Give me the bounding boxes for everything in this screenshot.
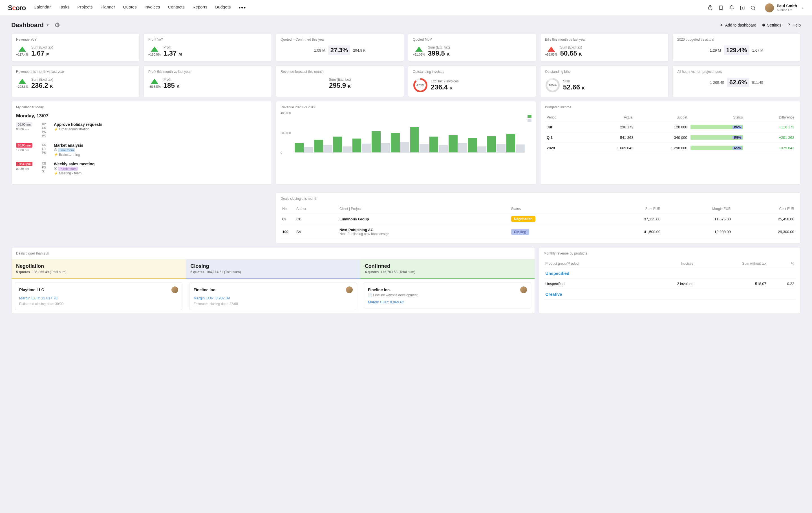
kpi-card[interactable]: 2020 budgeted vs actual1.29 M129.4%1.67 …: [672, 33, 801, 61]
topbar: Scoro Calendar Tasks Projects Planner Qu…: [0, 0, 812, 16]
nav-more-icon[interactable]: •••: [238, 4, 246, 11]
legend-2019: [527, 119, 531, 122]
kpi-grid: Revenue YoY+117.4%Sum (Excl tax)1.67 MPr…: [11, 33, 801, 97]
revenue-chart-card: Revenue 2020 vs 2019 0200,000400,000: [276, 101, 536, 185]
kpi-card[interactable]: Revenue this month vs last year+293.6%Su…: [11, 65, 140, 97]
add-icon[interactable]: [740, 5, 745, 11]
chart-title: Revenue 2020 vs 2019: [281, 105, 531, 109]
pipeline-column: Closing5 quotes 184,114.61 (Total sum)Fi…: [186, 259, 360, 314]
timer-icon[interactable]: [707, 5, 713, 11]
kpi-card[interactable]: Revenue forecast this monthSum (Excl tax…: [276, 65, 404, 97]
sliders-icon[interactable]: ⚙: [54, 22, 60, 29]
table-row[interactable]: 63CBLuminous GroupNegotiation37,125.0011…: [281, 213, 796, 225]
pipeline-card: Deals bigger than 25k Negotiation5 quote…: [11, 247, 535, 314]
bookmark-icon[interactable]: [718, 5, 724, 11]
deals-title: Deals closing this month: [281, 197, 796, 200]
pipeline-card-item[interactable]: Fineline Inc.📄 Fineline website developm…: [364, 282, 531, 308]
add-to-dashboard-button[interactable]: ＋Add to dashboard: [720, 23, 756, 28]
budgeted-income-card: Budgeted income PeriodActualBudgetStatus…: [540, 101, 801, 185]
calendar-event[interactable]: 01:30 pm02:30 pmCBPSSJWeekly sales meeti…: [16, 162, 267, 175]
kpi-card[interactable]: Profit this month vs last year+516.5%Pro…: [144, 65, 272, 97]
user-company: Sunrise Ltd: [777, 8, 797, 11]
calendar-event[interactable]: 10:00 am12:00 pmCSLRPSMarket analysis⦿ B…: [16, 143, 267, 157]
nav-planner[interactable]: Planner: [100, 4, 115, 11]
nav-projects[interactable]: Projects: [77, 4, 92, 11]
pipeline-column: Negotiation5 quotes 186,865.49 (Total su…: [11, 259, 186, 314]
kpi-card[interactable]: All hours vs non-project hours1 295:4562…: [672, 65, 801, 97]
chevron-down-icon: ⌄: [801, 6, 804, 10]
kpi-card[interactable]: Revenue YoY+117.4%Sum (Excl tax)1.67 M: [11, 33, 140, 61]
nav-reports[interactable]: Reports: [193, 4, 207, 11]
user-name: Paul Smith: [777, 4, 797, 8]
pipeline-column: Confirmed4 quotes 176,783.53 (Total sum)…: [360, 259, 534, 314]
pipeline-title: Deals bigger than 25k: [11, 247, 534, 255]
budgeted-table: PeriodActualBudgetStatusDifference Jul23…: [545, 113, 796, 153]
pipeline-card-item[interactable]: Playtime LLCMargin EUR: 12,817.78Estimat…: [15, 282, 182, 310]
page-title[interactable]: Dashboard ▼ ⚙: [11, 22, 60, 29]
topbar-actions: Paul Smith Sunrise Ltd ⌄: [707, 3, 804, 12]
kpi-card[interactable]: Bills this month vs last year+68.83%Sum …: [540, 33, 668, 61]
product-group[interactable]: Unspecified: [544, 268, 796, 279]
table-row[interactable]: 100SVNext Publishing AGNext Publishing n…: [281, 225, 796, 239]
nav-invoices[interactable]: Invoices: [145, 4, 160, 11]
calendar-title: My calendar today: [16, 105, 267, 109]
settings-button[interactable]: ✱ Settings: [762, 23, 782, 27]
nav-tasks[interactable]: Tasks: [59, 4, 69, 11]
kpi-card[interactable]: Profit YoY+150.9%Profit1.37 M: [144, 33, 272, 61]
calendar-date: Monday, 13/07: [16, 113, 267, 119]
monthly-revenue-card: Monthly revenue by products Product grou…: [539, 247, 801, 314]
avatar: [765, 3, 774, 12]
table-row[interactable]: Q 3541 263340 000159%+201 263: [545, 132, 796, 143]
calendar-event[interactable]: 08:00 am08:00 amBPCSPSWJApprove holiday …: [16, 122, 267, 138]
search-icon[interactable]: [750, 5, 756, 11]
deals-card: Deals closing this month No.AuthorClient…: [276, 192, 801, 243]
legend-2020: [527, 115, 531, 118]
help-button[interactable]: ？ Help: [787, 23, 801, 28]
nav-budgets[interactable]: Budgets: [215, 4, 231, 11]
product-group[interactable]: Creative: [544, 289, 796, 300]
calendar-card: My calendar today Monday, 13/07 08:00 am…: [11, 101, 272, 185]
table-row[interactable]: 20201 669 0431 290 000129%+379 043: [545, 143, 796, 153]
page-header: Dashboard ▼ ⚙ ＋Add to dashboard ✱ Settin…: [11, 22, 801, 29]
monthly-revenue-table: Product group/ProductInvoicesSum without…: [544, 259, 796, 300]
svg-point-2: [751, 6, 754, 9]
deals-table: No.AuthorClient | ProjectStatusSum EURMa…: [281, 205, 796, 239]
table-row[interactable]: Jul236 173120 000197%+116 173: [545, 122, 796, 132]
logo[interactable]: Scoro: [8, 4, 26, 12]
kpi-card[interactable]: Outstanding bills105%Sum52.66 K: [540, 65, 668, 97]
table-row[interactable]: Unspecified2 invoices518.070.22: [544, 279, 796, 289]
pipeline-card-item[interactable]: Fineline Inc.Margin EUR: 8,932.09Estimat…: [189, 282, 357, 310]
revenue-chart: 0200,000400,000: [281, 113, 525, 153]
nav-quotes[interactable]: Quotes: [123, 4, 137, 11]
bell-icon[interactable]: [729, 5, 734, 11]
main-nav: Calendar Tasks Projects Planner Quotes I…: [33, 4, 707, 11]
monthly-revenue-title: Monthly revenue by products: [544, 251, 796, 255]
kpi-card[interactable]: Outstanding invoices473%Excl tax 9 invoi…: [408, 65, 536, 97]
title-dropdown-icon[interactable]: ▼: [46, 23, 49, 27]
budgeted-title: Budgeted income: [545, 105, 796, 109]
nav-calendar[interactable]: Calendar: [33, 4, 51, 11]
user-menu[interactable]: Paul Smith Sunrise Ltd ⌄: [765, 3, 804, 12]
kpi-card[interactable]: Quoted MoM+51.06%Sum (Excl tax)399.5 K: [408, 33, 536, 61]
kpi-card[interactable]: Quoted > Confirmed this year1.08 M27.3%2…: [276, 33, 404, 61]
nav-contacts[interactable]: Contacts: [168, 4, 185, 11]
